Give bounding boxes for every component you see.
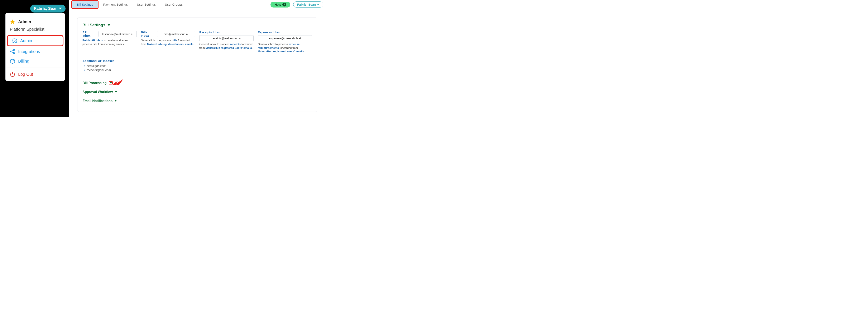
header-user-label: Fabris, Sean	[297, 3, 316, 6]
caret-down-icon	[115, 91, 117, 93]
svg-point-3	[13, 52, 14, 54]
admin-title-label: Admin	[18, 20, 31, 24]
receipts-inbox-label: Receipts Inbox	[199, 31, 252, 34]
additional-inbox-item[interactable]: receipts@qbc.com	[83, 68, 312, 72]
dropdown-subtitle: Platform Specialist	[6, 27, 65, 35]
additional-inbox-item[interactable]: bills@qbc.com	[83, 64, 312, 68]
tab-user-groups[interactable]: User Groups	[160, 1, 187, 8]
power-icon	[10, 71, 15, 77]
expenses-inbox-description: General inbox to process expense reimbur…	[258, 42, 312, 53]
bills-inbox-label: Bills Inbox	[141, 31, 153, 37]
caret-down-icon	[317, 4, 319, 5]
bills-inbox-block: Bills Inbox General inbox to process bil…	[141, 31, 195, 46]
caret-down-icon	[115, 100, 117, 101]
dropdown-admin-header: Admin	[6, 17, 65, 27]
menu-item-billing[interactable]: Billing	[6, 56, 65, 66]
caret-right-icon	[84, 69, 85, 71]
caret-right-icon	[84, 65, 85, 67]
user-menu-button[interactable]: Fabris, Sean	[30, 5, 65, 12]
svg-line-4	[12, 50, 13, 51]
bills-inbox-description: General inbox to process bills forwarded…	[141, 39, 195, 46]
help-button[interactable]: Help ?	[271, 2, 290, 7]
star-icon	[10, 19, 15, 24]
additional-inboxes-label: Additional AP Inboxes	[83, 59, 312, 63]
left-overlay-panel: Fabris, Sean Admin Platform Specialist A…	[0, 0, 69, 117]
email-notifications-section-header[interactable]: Email Notifications	[83, 99, 312, 105]
ap-inbox-description: Public AP inbox to receive and auto-proc…	[83, 39, 137, 46]
question-icon: ?	[282, 3, 286, 6]
arrow-annotation-icon	[112, 78, 124, 88]
caret-down-icon	[107, 24, 111, 26]
bill-processing-section-header[interactable]: Bill Processing	[83, 81, 312, 87]
expenses-inbox-block: Expenses Inbox General inbox to process …	[258, 31, 312, 53]
bill-settings-highlight-annotation: Bill Settings	[71, 0, 98, 9]
header-user-button[interactable]: Fabris, Sean	[293, 1, 323, 7]
user-dropdown-menu: Admin Platform Specialist Admin Integrat…	[5, 13, 65, 81]
user-name-label: Fabris, Sean	[34, 6, 58, 11]
bill-settings-section-header[interactable]: Bill Settings	[83, 23, 312, 27]
tab-payment-settings[interactable]: Payment Settings	[98, 1, 132, 8]
additional-inboxes-block: Additional AP Inboxes bills@qbc.com rece…	[83, 59, 312, 72]
receipts-inbox-input[interactable]	[199, 35, 254, 41]
svg-line-5	[12, 52, 13, 53]
receipts-inbox-block: Receipts Inbox General inbox to process …	[199, 31, 254, 50]
bill-settings-card: Bill Settings AP Inbox Public AP inbox t…	[77, 18, 317, 112]
approval-workflow-section-header[interactable]: Approval Workflow	[83, 90, 312, 96]
expenses-inbox-label: Expenses Inbox	[258, 31, 310, 34]
caret-down-icon	[59, 7, 62, 10]
ap-inbox-input[interactable]	[98, 31, 137, 37]
expenses-inbox-input[interactable]	[258, 35, 312, 41]
menu-item-logout[interactable]: Log Out	[6, 68, 65, 79]
menu-item-admin[interactable]: Admin	[8, 36, 63, 45]
menu-item-billing-label: Billing	[18, 59, 29, 64]
dashboard-icon	[10, 58, 15, 64]
main-content: Bill Settings Payment Settings User Sett…	[69, 0, 326, 117]
receipts-inbox-description: General inbox to process receipts forwar…	[199, 42, 254, 50]
svg-point-2	[10, 51, 12, 52]
menu-item-integrations[interactable]: Integrations	[6, 47, 65, 56]
menu-item-integrations-label: Integrations	[18, 49, 40, 54]
help-label: Help	[275, 3, 281, 6]
tab-bill-settings[interactable]: Bill Settings	[72, 1, 98, 8]
menu-item-logout-label: Log Out	[18, 72, 33, 77]
tab-user-settings[interactable]: User Settings	[132, 1, 160, 8]
svg-point-0	[14, 40, 16, 41]
bill-processing-label: Bill Processing	[83, 81, 107, 85]
menu-item-admin-label: Admin	[20, 38, 32, 43]
share-icon	[10, 49, 15, 54]
bills-inbox-input[interactable]	[157, 31, 195, 37]
gear-icon	[12, 38, 17, 43]
admin-highlight-annotation: Admin	[7, 35, 63, 46]
svg-point-1	[13, 49, 14, 51]
ap-inbox-block: AP Inbox Public AP inbox to receive and …	[83, 31, 137, 46]
bill-settings-title: Bill Settings	[83, 23, 105, 27]
approval-workflow-label: Approval Workflow	[83, 90, 113, 94]
email-notifications-label: Email Notifications	[83, 99, 113, 103]
ap-inbox-label: AP Inbox	[83, 31, 95, 37]
settings-tabbar: Bill Settings Payment Settings User Sett…	[69, 0, 326, 9]
